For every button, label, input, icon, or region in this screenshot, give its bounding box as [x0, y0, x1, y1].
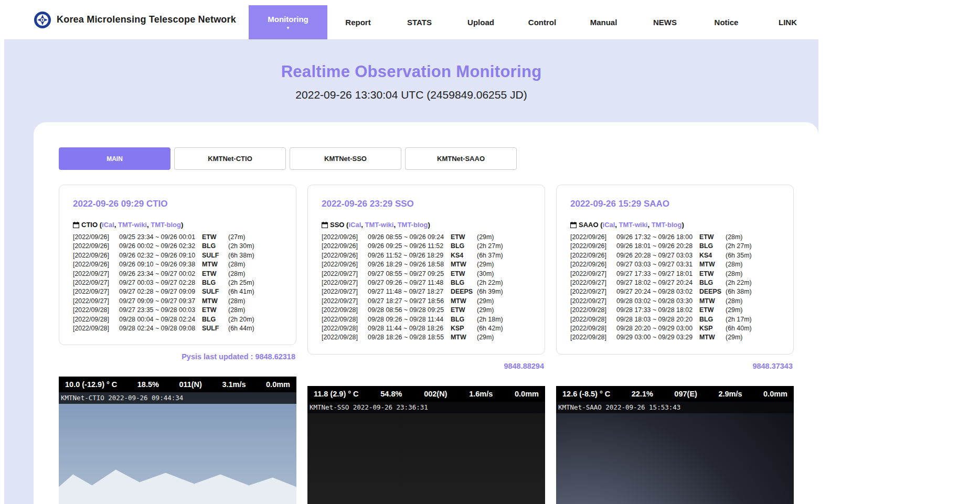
- paren-close-text: ): [428, 221, 430, 229]
- link-tmt-wiki[interactable]: TMT-wiki: [365, 221, 394, 229]
- schedule-duration: (29m): [726, 333, 782, 342]
- schedule-date: [2022/09/28]: [73, 315, 119, 324]
- webcam-panel: 12.6 (-8.5) ° C 22.1% 097(E) 2.9m/s 0.0m…: [556, 386, 794, 504]
- schedule-time-range: 09/28 11:44 ~ 09/28 18:26: [368, 324, 451, 333]
- link-tmt-blog[interactable]: TMT-blog: [398, 221, 428, 229]
- weather-rain: 0.0mm: [763, 390, 787, 398]
- station-site-line: CTIO (iCal, TMT-wiki, TMT-blog): [73, 221, 284, 229]
- schedule-field: ETW: [699, 233, 726, 242]
- nav-item-notice[interactable]: Notice: [696, 5, 757, 39]
- schedule-duration: (2h 22m): [726, 278, 782, 287]
- schedule-duration: (6h 39m): [477, 287, 533, 296]
- schedule-row: [2022/09/27]09/27 08:55 ~ 09/27 09:25ETW…: [322, 270, 533, 278]
- schedule-duration: (2h 18m): [477, 315, 533, 324]
- link-tmt-blog[interactable]: TMT-blog: [652, 221, 682, 229]
- nav-item-report[interactable]: Report: [327, 5, 389, 39]
- schedule-date: [2022/09/28]: [322, 324, 368, 333]
- link-tmt-wiki[interactable]: TMT-wiki: [619, 221, 648, 229]
- schedule-duration: (2h 30m): [228, 242, 284, 251]
- link-tmt-blog[interactable]: TMT-blog: [151, 221, 181, 229]
- tab-kmtnet-saao[interactable]: KMTNet-SAAO: [405, 147, 517, 170]
- schedule-date: [2022/09/28]: [570, 324, 616, 333]
- schedule-field: MTW: [202, 260, 228, 269]
- schedule-field: MTW: [451, 333, 477, 342]
- schedule-row: [2022/09/26]09/26 09:10 ~ 09/26 09:38MTW…: [73, 260, 284, 269]
- link-ical[interactable]: iCal: [102, 221, 114, 229]
- schedule-date: [2022/09/28]: [570, 333, 616, 342]
- schedule-duration: (28m): [726, 260, 782, 269]
- nav-item-news[interactable]: NEWS: [634, 5, 696, 39]
- schedule-field: BLG: [202, 315, 228, 324]
- schedule-field: ETW: [451, 306, 477, 315]
- nav-item-link[interactable]: LINK: [757, 5, 818, 39]
- weather-temp: 11.8 (2.9) ° C: [314, 390, 359, 398]
- tab-kmtnet-sso[interactable]: KMTNet-SSO: [290, 147, 401, 170]
- schedule-date: [2022/09/26]: [322, 251, 368, 260]
- schedule-row: [2022/09/27]09/27 09:26 ~ 09/27 11:48BLG…: [322, 278, 533, 287]
- schedule-row: [2022/09/28]09/29 03:00 ~ 09/29 03:29MTW…: [570, 333, 782, 342]
- station-site-name: SSO: [330, 221, 344, 229]
- main-background: Realtime Observation Monitoring 2022-09-…: [4, 39, 818, 504]
- nav-item-upload[interactable]: Upload: [450, 5, 512, 39]
- schedule-date: [2022/09/26]: [570, 233, 616, 242]
- schedule-field: BLG: [699, 242, 726, 251]
- schedule-date: [2022/09/27]: [570, 270, 616, 278]
- schedule-time-range: 09/28 18:03 ~ 09/28 20:20: [616, 315, 699, 324]
- tab-kmtnet-ctio[interactable]: KMTNet-CTIO: [174, 147, 286, 170]
- schedule-date: [2022/09/28]: [322, 315, 368, 324]
- schedule-date: [2022/09/26]: [73, 242, 119, 251]
- station-footer: 9848.88294: [307, 362, 544, 372]
- schedule-row: [2022/09/26]09/27 03:03 ~ 09/27 03:31MTW…: [570, 260, 782, 269]
- schedule-duration: (6h 41m): [228, 287, 284, 296]
- schedule-field: SULF: [202, 287, 228, 296]
- schedule-date: [2022/09/28]: [73, 306, 119, 315]
- schedule-duration: (6h 38m): [228, 251, 284, 260]
- link-ical[interactable]: iCal: [603, 221, 615, 229]
- schedule-time-range: 09/28 00:04 ~ 09/28 02:24: [119, 315, 202, 324]
- schedule-duration: (28m): [228, 270, 284, 278]
- schedule-date: [2022/09/27]: [73, 278, 119, 287]
- station-site-line: SSO (iCal, TMT-wiki, TMT-blog): [322, 221, 533, 229]
- schedule-time-range: 09/27 08:55 ~ 09/27 09:25: [368, 270, 451, 278]
- schedule-row: [2022/09/27]09/28 03:02 ~ 09/28 03:30MTW…: [570, 297, 782, 306]
- schedule-field: BLG: [202, 278, 228, 287]
- weather-bar: 10.0 (-12.9) ° C 18.5% 011(N) 3.1m/s 0.0…: [59, 377, 296, 392]
- schedule-duration: (28m): [726, 297, 782, 306]
- schedule-time-range: 09/25 23:34 ~ 09/26 00:01: [119, 233, 202, 242]
- weather-humidity: 22.1%: [632, 390, 653, 398]
- weather-direction: 002(N): [424, 390, 447, 398]
- schedule-time-range: 09/27 23:35 ~ 09/28 00:03: [119, 306, 202, 315]
- schedule-field: BLG: [699, 315, 726, 324]
- webcam-image: [556, 402, 794, 504]
- schedule-row: [2022/09/28]09/28 09:26 ~ 09/28 11:44BLG…: [322, 315, 533, 324]
- schedule-date: [2022/09/26]: [570, 260, 616, 269]
- schedule-time-range: 09/27 11:48 ~ 09/27 18:27: [368, 287, 451, 296]
- link-ical[interactable]: iCal: [348, 221, 361, 229]
- utc-timestamp: 2022-09-26 13:30:04 UTC (2459849.06255 J…: [4, 89, 818, 101]
- nav-item-control[interactable]: Control: [512, 5, 573, 39]
- schedule-row: [2022/09/26]09/26 17:32 ~ 09/26 18:00ETW…: [570, 233, 782, 242]
- schedule-field: BLG: [451, 278, 477, 287]
- nav-item-stats[interactable]: STATS: [389, 5, 450, 39]
- schedule-date: [2022/09/27]: [73, 270, 119, 278]
- nav-menu: Monitoring▼ReportSTATSUploadControlManua…: [249, 0, 818, 39]
- tab-main[interactable]: MAIN: [59, 147, 171, 170]
- schedule-time-range: 09/26 02:32 ~ 09/26 09:10: [119, 251, 202, 260]
- station-footer: Pysis last updated : 9848.62318: [59, 352, 295, 363]
- schedule-time-range: 09/26 17:32 ~ 09/26 18:00: [616, 233, 699, 242]
- schedule-duration: (30m): [477, 270, 533, 278]
- link-tmt-wiki[interactable]: TMT-wiki: [118, 221, 147, 229]
- nav-item-manual[interactable]: Manual: [573, 5, 634, 39]
- schedule-row: [2022/09/28]09/28 11:44 ~ 09/28 18:26KSP…: [322, 324, 533, 333]
- schedule-duration: (29m): [477, 233, 533, 242]
- schedule-duration: (6h 35m): [726, 251, 782, 260]
- schedule-duration: (28m): [228, 260, 284, 269]
- nav-item-monitoring[interactable]: Monitoring▼: [249, 5, 327, 39]
- schedule-date: [2022/09/27]: [570, 278, 616, 287]
- station-column-ctio: 2022-09-26 09:29 CTIO CTIO (iCal, TMT-wi…: [59, 185, 296, 504]
- schedule-field: BLG: [451, 315, 477, 324]
- station-heading: 2022-09-26 09:29 CTIO: [73, 199, 284, 209]
- schedule-field: ETW: [202, 270, 228, 278]
- brand[interactable]: Korea Microlensing Telescope Network: [34, 0, 236, 39]
- station-site-name: SAAO: [579, 221, 599, 229]
